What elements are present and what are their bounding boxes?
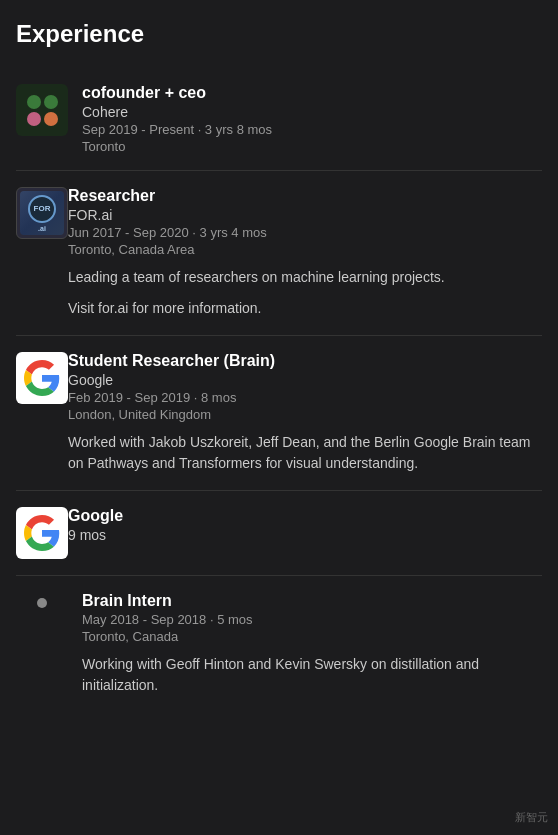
- google-brain-info: Student Researcher (Brain) Google Feb 20…: [68, 352, 542, 474]
- google-brain-desc-1: Worked with Jakob Uszkoreit, Jeff Dean, …: [68, 432, 542, 474]
- google-group-info: Google 9 mos: [68, 507, 542, 545]
- timeline-dot-icon: [37, 598, 47, 608]
- cohere-dot-pink: [27, 112, 41, 126]
- cohere-job-title: cofounder + ceo: [82, 84, 542, 102]
- cohere-dot-orange: [44, 112, 58, 126]
- google-brain-description: Worked with Jakob Uszkoreit, Jeff Dean, …: [68, 432, 542, 474]
- forai-logo-image: FOR .ai: [20, 191, 64, 235]
- forai-for-text: FOR: [34, 204, 51, 213]
- cohere-location: Toronto: [82, 139, 542, 154]
- experience-list: cofounder + ceo Cohere Sep 2019 - Presen…: [16, 68, 542, 712]
- brain-intern-location: Toronto, Canada: [82, 629, 542, 644]
- experience-item-google-brain: Student Researcher (Brain) Google Feb 20…: [16, 336, 542, 491]
- google-group-title: Google: [68, 507, 542, 525]
- google-brain-location: London, United Kingdom: [68, 407, 542, 422]
- cohere-dots-icon: [27, 95, 58, 126]
- cohere-info: cofounder + ceo Cohere Sep 2019 - Presen…: [82, 84, 542, 154]
- cohere-dot-green2: [44, 95, 58, 109]
- forai-ai-label: .ai: [38, 225, 46, 232]
- page-title: Experience: [16, 20, 542, 48]
- brain-intern-description: Working with Geoff Hinton and Kevin Swer…: [82, 654, 542, 696]
- forai-desc-1: Leading a team of researchers on machine…: [68, 267, 542, 288]
- forai-date-range: Jun 2017 - Sep 2020 · 3 yrs 4 mos: [68, 225, 542, 240]
- cohere-dot-green: [27, 95, 41, 109]
- brain-intern-desc-1: Working with Geoff Hinton and Kevin Swer…: [82, 654, 542, 696]
- brain-intern-date-range: May 2018 - Sep 2018 · 5 mos: [82, 612, 542, 627]
- forai-job-title: Researcher: [68, 187, 542, 205]
- cohere-company: Cohere: [82, 104, 542, 120]
- google-brain-date-range: Feb 2019 - Sep 2019 · 8 mos: [68, 390, 542, 405]
- google-g-icon: [24, 360, 60, 396]
- watermark: 新智元: [515, 810, 548, 825]
- google-group-duration: 9 mos: [68, 527, 542, 543]
- brain-intern-info: Brain Intern May 2018 - Sep 2018 · 5 mos…: [82, 592, 542, 696]
- brain-intern-job-title: Brain Intern: [82, 592, 542, 610]
- experience-item-google-group: Google 9 mos: [16, 491, 542, 576]
- google-brain-job-title: Student Researcher (Brain): [68, 352, 542, 370]
- cohere-logo: [16, 84, 68, 136]
- google-group-logo: [16, 507, 68, 559]
- google-brain-company: Google: [68, 372, 542, 388]
- brain-intern-timeline: [16, 592, 68, 612]
- experience-item-forai: FOR .ai Researcher FOR.ai Jun 2017 - Sep…: [16, 171, 542, 336]
- google-group-g-icon: [24, 515, 60, 551]
- forai-desc-2: Visit for.ai for more information.: [68, 298, 542, 319]
- cohere-date-range: Sep 2019 - Present · 3 yrs 8 mos: [82, 122, 542, 137]
- google-brain-logo: [16, 352, 68, 404]
- forai-circle-icon: FOR: [28, 195, 56, 223]
- forai-location: Toronto, Canada Area: [68, 242, 542, 257]
- forai-company: FOR.ai: [68, 207, 542, 223]
- experience-item-cohere-ceo: cofounder + ceo Cohere Sep 2019 - Presen…: [16, 68, 542, 171]
- experience-item-brain-intern: Brain Intern May 2018 - Sep 2018 · 5 mos…: [16, 576, 542, 712]
- forai-info: Researcher FOR.ai Jun 2017 - Sep 2020 · …: [68, 187, 542, 319]
- forai-logo: FOR .ai: [16, 187, 68, 239]
- forai-description: Leading a team of researchers on machine…: [68, 267, 542, 319]
